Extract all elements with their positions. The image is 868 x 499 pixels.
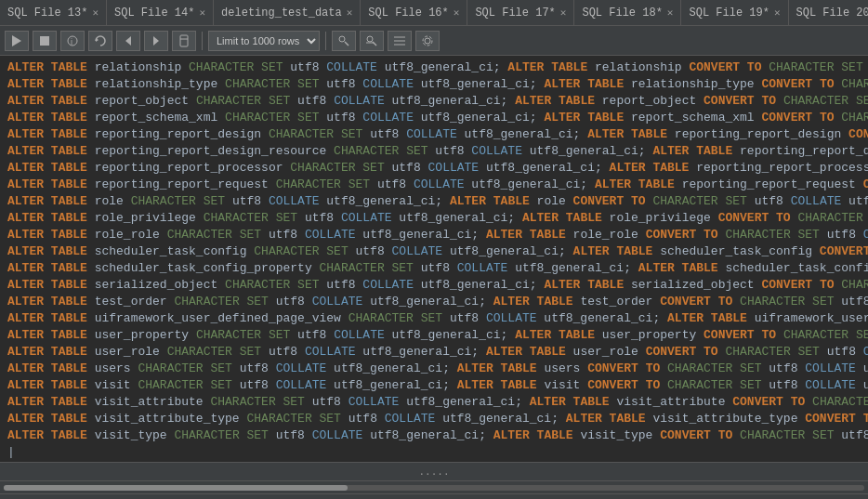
scrollbar-area[interactable] bbox=[0, 480, 868, 493]
table-row: ALTER TABLE serialized_object CHARACTER … bbox=[7, 277, 861, 294]
limit-select[interactable]: Limit to 1000 rows Limit to 200 rows Lim… bbox=[208, 31, 320, 51]
scrollbar-thumb bbox=[4, 485, 348, 491]
svg-rect-7 bbox=[180, 35, 188, 46]
bookmarks-button[interactable] bbox=[172, 31, 196, 51]
toolbar-separator bbox=[325, 32, 326, 50]
table-row: ALTER TABLE report_object CHARACTER SET … bbox=[7, 93, 861, 110]
tab-close-icon[interactable]: ✕ bbox=[347, 7, 353, 19]
table-row: ALTER TABLE role_role CHARACTER SET utf8… bbox=[7, 227, 861, 243]
table-row: ALTER TABLE role CHARACTER SET utf8 COLL… bbox=[7, 193, 861, 210]
back-button[interactable] bbox=[116, 31, 140, 51]
indent-button[interactable] bbox=[388, 31, 412, 51]
tab-label: SQL File 16* bbox=[368, 7, 448, 20]
tab-sql14[interactable]: SQL File 14* ✕ bbox=[107, 0, 214, 26]
status-dots: ..... bbox=[0, 462, 868, 480]
svg-marker-0 bbox=[12, 35, 21, 46]
table-row: ALTER TABLE visit_attribute CHARACTER SE… bbox=[7, 394, 861, 411]
table-row: ALTER TABLE uiframework_user_defined_pag… bbox=[7, 310, 861, 327]
svg-marker-6 bbox=[153, 36, 159, 46]
tab-close-icon[interactable]: ✕ bbox=[560, 7, 567, 19]
toolbar: i Limit to 1000 rows Limit to 200 rows L… bbox=[0, 26, 868, 56]
search-button[interactable] bbox=[360, 31, 384, 51]
cursor-line: | bbox=[7, 444, 861, 461]
svg-line-10 bbox=[345, 42, 349, 46]
tab-close-icon[interactable]: ✕ bbox=[667, 7, 674, 19]
table-row: ALTER TABLE visit CHARACTER SET utf8 COL… bbox=[7, 377, 861, 394]
code-editor[interactable]: ALTER TABLE relationship CHARACTER SET u… bbox=[0, 56, 868, 462]
svg-point-2 bbox=[68, 36, 77, 46]
tab-deleting[interactable]: deleting_test_data ✕ bbox=[214, 0, 361, 26]
tab-sql19[interactable]: SQL File 19* ✕ bbox=[681, 0, 788, 26]
table-row: ALTER TABLE reporting_report_design CHAR… bbox=[7, 126, 861, 143]
tab-sql18[interactable]: SQL File 18* ✕ bbox=[574, 0, 681, 26]
tab-label: SQL File 13* bbox=[7, 7, 87, 20]
svg-marker-4 bbox=[96, 38, 99, 42]
svg-rect-1 bbox=[40, 36, 49, 46]
tab-sql17[interactable]: SQL File 17* ✕ bbox=[467, 0, 574, 26]
run-button[interactable] bbox=[5, 31, 29, 51]
settings-button[interactable] bbox=[415, 31, 440, 51]
bottom-bar bbox=[0, 493, 868, 499]
svg-point-17 bbox=[425, 38, 430, 44]
table-row: ALTER TABLE report_schema_xml CHARACTER … bbox=[7, 110, 861, 126]
table-row: ALTER TABLE role_privilege CHARACTER SET… bbox=[7, 210, 861, 227]
tab-label: deleting_test_data bbox=[221, 7, 342, 20]
table-row: ALTER TABLE scheduler_task_config_proper… bbox=[7, 260, 861, 277]
tab-label: SQL File 14* bbox=[114, 7, 194, 20]
table-row: ALTER TABLE visit_attribute_type CHARACT… bbox=[7, 411, 861, 427]
tab-label: SQL File 19* bbox=[689, 7, 769, 20]
tab-close-icon[interactable]: ✕ bbox=[199, 7, 205, 19]
status-text: ..... bbox=[418, 466, 449, 478]
table-row: ALTER TABLE user_role CHARACTER SET utf8… bbox=[7, 344, 861, 361]
tab-sql16[interactable]: SQL File 16* ✕ bbox=[361, 0, 467, 26]
tab-sql13[interactable]: SQL File 13* ✕ bbox=[0, 0, 107, 26]
find-replace-button[interactable] bbox=[332, 31, 356, 51]
tabs-bar: SQL File 13* ✕ SQL File 14* ✕ deleting_t… bbox=[0, 0, 868, 26]
tab-close-icon[interactable]: ✕ bbox=[774, 7, 781, 19]
table-row: ALTER TABLE relationship_type CHARACTER … bbox=[7, 76, 861, 93]
tab-label: SQL File 17* bbox=[475, 7, 555, 20]
tab-label: SQL File 18* bbox=[582, 7, 662, 20]
table-row: ALTER TABLE scheduler_task_config CHARAC… bbox=[7, 243, 861, 260]
svg-point-9 bbox=[339, 36, 345, 42]
tab-label: SQL File 20* bbox=[796, 7, 868, 20]
tab-close-icon[interactable]: ✕ bbox=[92, 7, 99, 19]
tab-close-icon[interactable]: ✕ bbox=[454, 7, 460, 19]
tab-sql20[interactable]: SQL File 20* ✕ bbox=[789, 0, 868, 26]
horizontal-scrollbar[interactable] bbox=[4, 485, 864, 491]
table-row: ALTER TABLE reporting_report_design_reso… bbox=[7, 143, 861, 160]
refresh-button[interactable] bbox=[88, 31, 112, 51]
table-row: ALTER TABLE reporting_report_processor C… bbox=[7, 160, 861, 177]
svg-point-11 bbox=[367, 36, 373, 42]
toolbar-separator bbox=[202, 32, 203, 50]
stop-button[interactable] bbox=[33, 31, 57, 51]
table-row: ALTER TABLE user_property CHARACTER SET … bbox=[7, 327, 861, 344]
svg-marker-5 bbox=[125, 36, 131, 46]
table-row: ALTER TABLE reporting_report_request CHA… bbox=[7, 177, 861, 193]
table-row: ALTER TABLE relationship CHARACTER SET u… bbox=[7, 59, 861, 76]
svg-text:i: i bbox=[71, 37, 72, 46]
run-explain-button[interactable]: i bbox=[60, 31, 85, 51]
table-row: ALTER TABLE visit_type CHARACTER SET utf… bbox=[7, 427, 861, 444]
table-row: ALTER TABLE users CHARACTER SET utf8 COL… bbox=[7, 361, 861, 377]
forward-button[interactable] bbox=[144, 31, 168, 51]
table-row: ALTER TABLE test_order CHARACTER SET utf… bbox=[7, 294, 861, 310]
